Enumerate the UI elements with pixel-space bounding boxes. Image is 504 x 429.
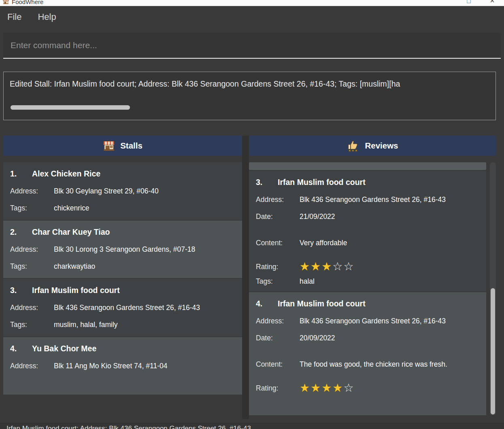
content-label: Content: bbox=[256, 239, 300, 247]
reviews-title: Reviews bbox=[365, 141, 398, 151]
stall-name: Char Char Kuey Tiao bbox=[32, 227, 110, 237]
status-bar-text: Irfan Muslim food court; Address: Blk 43… bbox=[6, 425, 504, 429]
tags-label: Tags: bbox=[10, 262, 54, 271]
stall-address: Blk 11 Ang Mo Kio Street 74, #11-04 bbox=[54, 362, 168, 370]
stall-index: 3. bbox=[10, 286, 32, 295]
rating-label: Rating: bbox=[256, 384, 300, 393]
date-label: Date: bbox=[256, 212, 300, 221]
review-card-4[interactable]: 4. Irfan Muslim food court Address: Blk … bbox=[249, 292, 486, 415]
stalls-title: Stalls bbox=[120, 141, 142, 151]
status-bar-footer: Irfan Muslim food court; Address: Blk 43… bbox=[0, 423, 504, 429]
tags-label: Tags: bbox=[10, 321, 54, 329]
reviews-list: 3. Irfan Muslim food court Address: Blk … bbox=[249, 162, 496, 416]
address-label: Address: bbox=[256, 317, 300, 325]
thumbs-up-icon: ★★★ bbox=[347, 139, 359, 152]
reviews-header: ★★★ Reviews bbox=[249, 136, 496, 156]
content-label: Content: bbox=[256, 360, 300, 369]
stall-card-2[interactable]: 2. Char Char Kuey Tiao Address: Blk 30 L… bbox=[3, 221, 242, 278]
command-input[interactable] bbox=[11, 40, 493, 50]
command-box bbox=[3, 33, 501, 59]
review-address: Blk 436 Serangoon Gardens Street 26, #16… bbox=[300, 317, 446, 325]
maximize-button[interactable]: □ bbox=[457, 0, 481, 6]
menu-bar: File Help bbox=[0, 6, 504, 28]
address-label: Address: bbox=[10, 362, 54, 370]
address-label: Address: bbox=[10, 304, 54, 312]
close-button[interactable]: ✕ bbox=[481, 0, 504, 6]
stall-address: Blk 436 Serangoon Gardens Street 26, #16… bbox=[54, 304, 200, 312]
panel-divider bbox=[242, 136, 249, 419]
review-content: The food was good, the chicken rice was … bbox=[300, 360, 447, 369]
stall-index: 4. bbox=[10, 344, 32, 353]
rating-stars: ★★★☆☆ bbox=[300, 261, 355, 272]
menu-file[interactable]: File bbox=[7, 12, 21, 22]
review-stall-name: Irfan Muslim food court bbox=[278, 299, 366, 308]
stall-card-1[interactable]: 1. Alex Chicken Rice Address: Blk 30 Gey… bbox=[3, 162, 242, 220]
window-title: FoodWhere bbox=[12, 0, 43, 5]
rating-stars: ★★★★☆ bbox=[300, 382, 355, 394]
stall-tags: chickenrice bbox=[54, 204, 89, 212]
stall-card-3[interactable]: 3. Irfan Muslim food court Address: Blk … bbox=[3, 279, 242, 336]
stalls-header: Stalls bbox=[3, 136, 242, 156]
stalls-list: 1. Alex Chicken Rice Address: Blk 30 Gey… bbox=[3, 162, 242, 395]
stall-tags: muslim, halal, family bbox=[54, 321, 118, 329]
stall-tags: charkwaytiao bbox=[54, 262, 95, 271]
app-icon bbox=[3, 0, 9, 4]
result-text: Edited Stall: Irfan Muslim food court; A… bbox=[10, 79, 489, 89]
vertical-scrollbar-track[interactable] bbox=[490, 162, 496, 415]
stall-icon bbox=[103, 140, 115, 151]
review-date: 20/09/2022 bbox=[300, 334, 335, 342]
review-content: Very affordable bbox=[300, 239, 347, 247]
svg-text:★★★: ★★★ bbox=[348, 149, 358, 152]
result-display: Edited Stall: Irfan Muslim food court; A… bbox=[3, 72, 496, 120]
horizontal-scrollbar-thumb[interactable] bbox=[11, 105, 130, 110]
stall-index: 1. bbox=[10, 169, 32, 178]
address-label: Address: bbox=[256, 195, 300, 204]
vertical-scrollbar-thumb[interactable] bbox=[491, 288, 495, 414]
review-address: Blk 436 Serangoon Gardens Street 26, #16… bbox=[300, 195, 446, 204]
review-stall-name: Irfan Muslim food court bbox=[278, 178, 366, 187]
review-card-partial[interactable] bbox=[249, 162, 486, 170]
review-card-3[interactable]: 3. Irfan Muslim food court Address: Blk … bbox=[249, 171, 486, 291]
stalls-panel: Stalls 1. Alex Chicken Rice Address: Blk… bbox=[3, 136, 242, 419]
reviews-panel: ★★★ Reviews 3. Irfan Muslim food court A… bbox=[249, 136, 496, 419]
address-label: Address: bbox=[10, 245, 54, 254]
stall-address: Blk 30 Geylang Street 29, #06-40 bbox=[54, 187, 159, 195]
stall-card-4[interactable]: 4. Yu Bak Chor Mee Address: Blk 11 Ang M… bbox=[3, 337, 242, 395]
rating-label: Rating: bbox=[256, 263, 300, 271]
stall-address: Blk 30 Lorong 3 Serangoon Gardens, #07-1… bbox=[54, 245, 195, 254]
main-panels: Stalls 1. Alex Chicken Rice Address: Blk… bbox=[3, 136, 496, 419]
title-bar: FoodWhere □ ✕ bbox=[0, 0, 504, 6]
review-index: 4. bbox=[256, 299, 278, 308]
review-date: 21/09/2022 bbox=[300, 212, 335, 221]
stall-name: Yu Bak Chor Mee bbox=[32, 344, 96, 353]
review-tags: halal bbox=[300, 277, 315, 286]
tags-label: Tags: bbox=[10, 204, 54, 212]
stall-name: Irfan Muslim food court bbox=[32, 286, 120, 295]
address-label: Address: bbox=[10, 187, 54, 195]
tags-label: Tags: bbox=[256, 277, 300, 286]
menu-help[interactable]: Help bbox=[38, 12, 56, 22]
stall-name: Alex Chicken Rice bbox=[32, 169, 100, 178]
review-index: 3. bbox=[256, 178, 278, 187]
stall-index: 2. bbox=[10, 227, 32, 237]
date-label: Date: bbox=[256, 334, 300, 342]
